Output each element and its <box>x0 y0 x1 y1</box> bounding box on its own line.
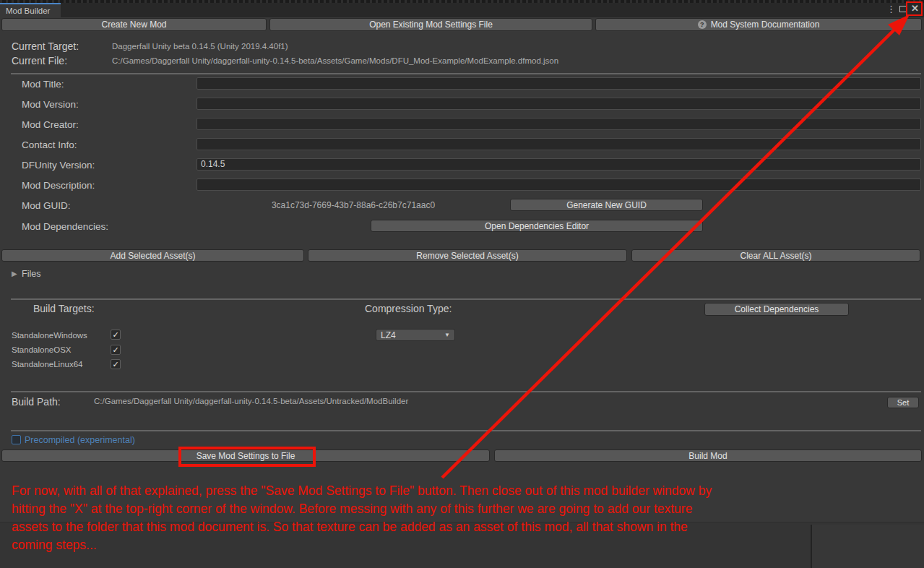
tab-mod-builder[interactable]: Mod Builder <box>0 3 61 17</box>
compression-type-value: LZ4 <box>381 330 396 340</box>
divider <box>11 430 921 431</box>
target-standalonelinux64-label: StandaloneLinux64 <box>12 360 82 369</box>
mod-version-label: Mod Version: <box>22 99 79 110</box>
open-dependencies-editor-button[interactable]: Open Dependencies Editor <box>371 220 703 232</box>
clear-all-assets-button[interactable]: Clear ALL Asset(s) <box>631 249 920 262</box>
target-standaloneosx-checkbox[interactable]: ✓ <box>111 345 121 355</box>
files-foldout-label[interactable]: Files <box>22 269 40 279</box>
target-standalonelinux64-checkbox[interactable]: ✓ <box>111 359 121 369</box>
mod-description-label: Mod Description: <box>22 180 95 191</box>
precompiled-checkbox[interactable] <box>12 435 21 444</box>
mod-creator-label: Mod Creator: <box>22 119 79 130</box>
mod-version-input[interactable] <box>197 98 921 110</box>
annotation-text-line: coming steps... <box>12 538 97 553</box>
mod-creator-input[interactable] <box>197 118 921 130</box>
target-standalonewindows-label: StandaloneWindows <box>12 331 87 340</box>
current-target-value: Daggerfall Unity beta 0.14.5 (Unity 2019… <box>112 42 288 51</box>
build-path-label: Build Path: <box>12 396 61 408</box>
foldout-arrow-icon[interactable]: ▶ <box>12 270 17 277</box>
annotation-box-save-button <box>178 447 316 467</box>
target-standalonewindows-checkbox[interactable]: ✓ <box>111 330 121 340</box>
divider <box>11 73 921 74</box>
target-standaloneosx-label: StandaloneOSX <box>12 345 71 354</box>
chevron-down-icon: ▼ <box>444 332 450 338</box>
annotation-text-line: For now, with all of that explained, pre… <box>12 483 712 499</box>
annotation-text-line: assets to the folder that this mod docum… <box>12 520 688 535</box>
collect-dependencies-button[interactable]: Collect Dependencies <box>704 303 849 316</box>
remove-selected-assets-button[interactable]: Remove Selected Asset(s) <box>308 249 627 262</box>
mod-system-documentation-button[interactable]: ? Mod System Documentation <box>595 18 922 31</box>
build-mod-button[interactable]: Build Mod <box>494 449 922 462</box>
current-file-value: C:/Games/Daggerfall Unity/daggerfall-uni… <box>112 56 558 65</box>
set-build-path-button[interactable]: Set <box>887 397 919 408</box>
build-targets-label: Build Targets: <box>33 303 95 314</box>
create-new-mod-button[interactable]: Create New Mod <box>1 18 267 31</box>
mod-dependencies-label: Mod Dependencies: <box>22 221 108 232</box>
annotation-text-line: hitting the "X" at the top-right corner … <box>12 502 692 517</box>
mod-description-input[interactable] <box>197 178 921 191</box>
divider <box>11 391 921 392</box>
mod-title-label: Mod Title: <box>22 79 64 90</box>
current-file-label: Current File: <box>12 55 67 66</box>
precompiled-label: Precompiled (experimental) <box>25 435 135 445</box>
mod-guid-value: 3ca1c73d-7669-43b7-88a6-c26b7c71aac0 <box>197 200 510 210</box>
compression-type-label: Compression Type: <box>365 303 452 314</box>
open-existing-mod-settings-button[interactable]: Open Existing Mod Settings File <box>269 18 592 31</box>
annotation-box-close-icon <box>906 1 923 16</box>
mod-guid-label: Mod GUID: <box>22 200 71 211</box>
background-panel <box>812 525 924 568</box>
contact-info-label: Contact Info: <box>22 139 77 150</box>
dfunity-version-label: DFUnity Version: <box>22 160 95 171</box>
tab-bar <box>0 3 924 17</box>
help-icon: ? <box>698 20 707 29</box>
contact-info-input[interactable] <box>197 138 921 150</box>
documentation-button-label: Mod System Documentation <box>711 20 820 30</box>
mod-title-input[interactable] <box>197 77 921 90</box>
current-target-label: Current Target: <box>12 40 79 52</box>
divider <box>11 298 921 300</box>
dfunity-version-input[interactable]: 0.14.5 <box>197 158 921 171</box>
compression-type-dropdown[interactable]: LZ4 ▼ <box>376 329 455 341</box>
build-path-value: C:/Games/Daggerfall Unity/daggerfall-uni… <box>94 397 408 405</box>
mod-builder-window: Mod Builder ⋮ ✕ Create New Mod Open Exis… <box>0 0 924 568</box>
more-options-icon[interactable]: ⋮ <box>886 4 896 14</box>
add-selected-assets-button[interactable]: Add Selected Asset(s) <box>1 249 304 262</box>
generate-new-guid-button[interactable]: Generate New GUID <box>510 199 703 211</box>
